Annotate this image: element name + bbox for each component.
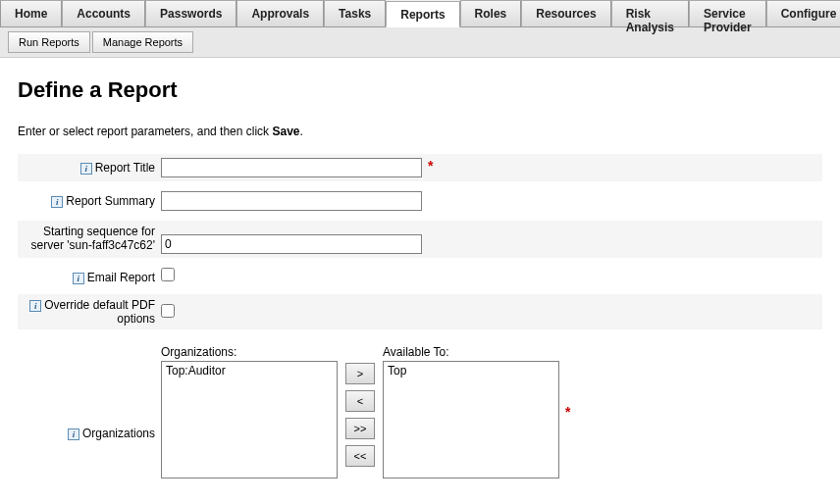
row-override-pdf: iOverride default PDF options [18,294,822,329]
email-report-checkbox[interactable] [161,268,175,281]
org-left-listbox[interactable]: Top:Auditor [161,361,338,479]
required-marker: * [565,404,570,420]
row-report-summary: iReport Summary [18,187,822,215]
start-seq-input[interactable] [161,234,422,254]
label-start-seq: Starting sequence for server 'sun-faff3c… [18,225,161,252]
info-icon[interactable]: i [51,196,63,208]
org-right-listbox[interactable]: Top [383,361,559,479]
row-report-title: iReport Title * [18,154,822,181]
page-title: Define a Report [18,77,822,103]
list-item[interactable]: Top:Auditor [162,362,337,379]
tab-tasks[interactable]: Tasks [324,0,386,26]
label-text-report-summary: Report Summary [66,194,155,208]
org-left-col: Organizations: Top:Auditor [161,345,338,479]
override-pdf-checkbox[interactable] [161,304,175,318]
org-right-col: Available To: Top [383,345,559,479]
cell-report-summary [161,191,822,211]
tab-risk-analysis[interactable]: Risk Analysis [611,0,689,26]
label-report-title: iReport Title [18,158,161,175]
label-text-override-pdf: Override default PDF options [44,298,155,326]
instr-suffix: . [299,125,302,138]
cell-start-seq [161,225,822,254]
label-report-summary: iReport Summary [18,191,161,208]
cell-email-report [161,268,822,281]
required-marker: * [428,158,433,174]
org-transfer-block: Organizations: Top:Auditor > < >> << Ava… [161,345,570,479]
tab-roles[interactable]: Roles [460,0,522,26]
subtab-run-reports[interactable]: Run Reports [8,31,90,53]
label-text-report-title: Report Title [95,161,155,175]
info-icon[interactable]: i [80,163,92,175]
tab-configure[interactable]: Configure [766,0,840,26]
content-area: Define a Report Enter or select report p… [0,58,840,504]
move-all-right-button[interactable]: >> [345,418,375,439]
info-icon[interactable]: i [73,273,84,284]
report-title-input[interactable] [161,158,422,177]
org-left-header: Organizations: [161,345,338,359]
tab-approvals[interactable]: Approvals [236,0,324,26]
subtab-manage-reports[interactable]: Manage Reports [92,31,193,53]
tab-resources[interactable]: Resources [521,0,610,26]
instr-bold: Save [272,125,299,138]
move-right-button[interactable]: > [345,363,375,384]
label-text-email-report: Email Report [87,271,155,284]
tab-home[interactable]: Home [0,0,62,26]
cell-report-title: * [161,158,822,177]
instr-prefix: Enter or select report parameters, and t… [18,125,272,138]
info-icon[interactable]: i [29,300,41,312]
label-override-pdf: iOverride default PDF options [18,298,161,326]
list-item[interactable]: Top [384,362,558,379]
org-right-header: Available To: [383,345,559,359]
cell-override-pdf [161,298,822,318]
org-move-buttons: > < >> << [345,363,375,467]
tab-service-provider[interactable]: Service Provider [689,0,766,26]
label-email-report: iEmail Report [18,268,161,284]
info-icon[interactable]: i [68,428,79,440]
row-start-seq: Starting sequence for server 'sun-faff3c… [18,221,822,258]
label-organizations: iOrganizations [18,378,161,440]
row-email-report: iEmail Report [18,264,822,288]
tab-reports[interactable]: Reports [386,1,459,27]
main-tabbar: HomeAccountsPasswordsApprovalsTasksRepor… [0,0,840,27]
label-text-organizations: Organizations [82,427,155,440]
page-instruction: Enter or select report parameters, and t… [18,125,822,138]
tab-accounts[interactable]: Accounts [62,0,145,26]
report-summary-input[interactable] [161,191,422,211]
move-left-button[interactable]: < [345,390,375,412]
row-organizations: iOrganizations Organizations: Top:Audito… [18,335,822,482]
move-all-left-button[interactable]: << [345,445,375,467]
tab-passwords[interactable]: Passwords [145,0,236,26]
label-text-start-seq: Starting sequence for server 'sun-faff3c… [31,225,155,252]
cell-organizations: Organizations: Top:Auditor > < >> << Ava… [161,339,822,479]
